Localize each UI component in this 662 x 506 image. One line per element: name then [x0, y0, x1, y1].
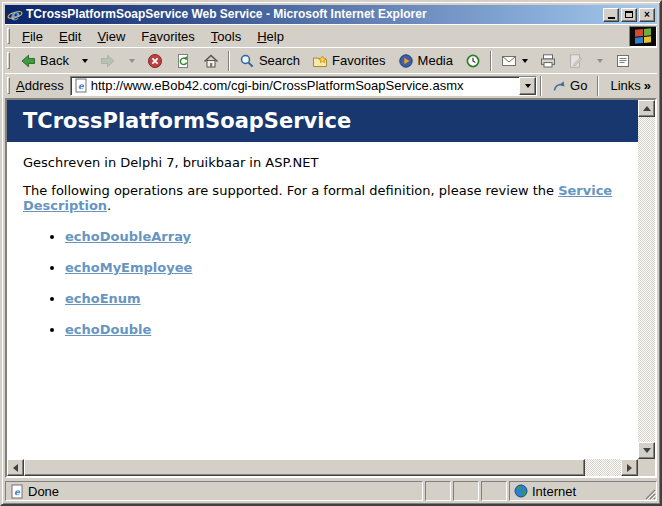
address-input[interactable] — [91, 78, 516, 94]
favorites-button[interactable]: Favorites — [306, 50, 391, 72]
maximize-icon — [625, 11, 633, 18]
status-pane: e Done — [5, 481, 423, 501]
back-dropdown[interactable] — [75, 56, 94, 66]
forward-dropdown[interactable] — [122, 56, 141, 66]
page-icon: e — [74, 78, 88, 93]
ie-logo-icon: e — [7, 7, 23, 23]
status-text: Done — [28, 484, 59, 499]
operation-link-echoEnum[interactable]: echoEnum — [65, 291, 141, 306]
go-arrow-icon — [552, 78, 567, 93]
back-label: Back — [40, 53, 69, 68]
media-label: Media — [418, 53, 453, 68]
window-controls: × — [603, 8, 655, 22]
favorites-star-icon — [312, 53, 328, 69]
page-content: TCrossPlatformSoapService Geschreven in … — [7, 100, 638, 459]
page-title: TCrossPlatformSoapService — [7, 100, 638, 142]
list-item: echoMyEmployee — [65, 260, 638, 275]
page-icon: e — [10, 484, 24, 499]
home-icon — [203, 53, 219, 69]
addressbar-grip[interactable] — [7, 77, 10, 93]
titlebar[interactable]: e TCrossPlatformSoapService Web Service … — [5, 5, 657, 24]
menu-help[interactable]: Help — [249, 27, 292, 46]
history-clock-icon — [465, 53, 481, 69]
history-button[interactable] — [459, 50, 487, 72]
arrow-left-icon — [13, 464, 18, 472]
chevron-down-icon — [525, 84, 531, 88]
mail-button[interactable] — [495, 50, 534, 72]
horizontal-scrollbar[interactable] — [7, 459, 638, 476]
toolbar-grip[interactable] — [7, 52, 10, 70]
operation-link-echoDoubleArray[interactable]: echoDoubleArray — [65, 229, 191, 244]
menu-edit[interactable]: Edit — [51, 27, 89, 46]
vertical-scrollbar[interactable] — [638, 100, 655, 459]
scroll-down-button[interactable] — [638, 442, 655, 459]
browser-window: e TCrossPlatformSoapService Web Service … — [0, 0, 662, 506]
list-item: echoDoubleArray — [65, 229, 638, 244]
search-icon — [239, 53, 255, 69]
discuss-button[interactable] — [609, 50, 637, 72]
toolbar-separator — [490, 51, 492, 71]
media-icon — [398, 53, 414, 69]
menu-file[interactable]: File — [14, 27, 51, 46]
arrow-down-icon — [643, 448, 651, 453]
minimize-button[interactable] — [603, 8, 619, 22]
scrollbar-corner — [638, 459, 655, 476]
menu-tools[interactable]: Tools — [203, 27, 249, 46]
address-label: Address — [14, 78, 70, 93]
chevron-down-icon — [129, 59, 135, 63]
operation-link-echoDouble[interactable]: echoDouble — [65, 322, 151, 337]
list-item: echoDouble — [65, 322, 638, 337]
list-item: echoEnum — [65, 291, 638, 306]
zone-label: Internet — [532, 484, 576, 499]
edit-dropdown[interactable] — [590, 56, 609, 66]
favorites-label: Favorites — [332, 53, 385, 68]
toolbar-separator — [228, 51, 230, 71]
globe-icon — [514, 484, 528, 498]
chevron-down-icon — [597, 59, 603, 63]
discuss-icon — [615, 53, 631, 69]
menu-favorites[interactable]: Favorites — [133, 27, 202, 46]
chevron-down-icon — [82, 59, 88, 63]
arrow-right-icon — [627, 464, 632, 472]
addressbar-separator — [597, 76, 599, 96]
edit-button[interactable] — [562, 50, 590, 72]
chevron-right-icon: » — [644, 78, 651, 93]
vertical-scroll-track[interactable] — [638, 117, 655, 442]
print-button[interactable] — [534, 50, 562, 72]
print-icon — [540, 53, 556, 69]
links-button[interactable]: Links » — [602, 76, 655, 95]
close-button[interactable]: × — [639, 8, 655, 22]
resize-grip[interactable] — [643, 487, 656, 500]
forward-button[interactable] — [94, 50, 122, 72]
standard-buttons-toolbar: Back Search Favorites Media — [5, 47, 657, 73]
refresh-icon — [175, 53, 191, 69]
horizontal-scroll-track[interactable] — [24, 459, 621, 476]
scroll-right-button[interactable] — [621, 459, 638, 476]
scroll-up-button[interactable] — [638, 100, 655, 117]
operations-list: echoDoubleArray echoMyEmployee echoEnum … — [7, 229, 638, 337]
go-button[interactable]: Go — [545, 75, 594, 96]
media-button[interactable]: Media — [392, 50, 459, 72]
address-dropdown-button[interactable] — [519, 77, 536, 95]
back-arrow-icon — [20, 53, 36, 69]
search-label: Search — [259, 53, 300, 68]
svg-text:e: e — [10, 7, 20, 23]
menu-view[interactable]: View — [89, 27, 133, 46]
horizontal-scroll-thumb[interactable] — [24, 459, 585, 476]
addressbar-separator — [540, 76, 542, 96]
window-title: TCrossPlatformSoapService Web Service - … — [26, 5, 600, 24]
search-button[interactable]: Search — [233, 50, 306, 72]
status-pane-empty — [481, 481, 507, 501]
menubar: File Edit View Favorites Tools Help — [5, 24, 657, 47]
scroll-left-button[interactable] — [7, 459, 24, 476]
refresh-button[interactable] — [169, 50, 197, 72]
menubar-grip[interactable] — [7, 28, 10, 43]
operation-link-echoMyEmployee[interactable]: echoMyEmployee — [65, 260, 192, 275]
mail-icon — [501, 53, 517, 69]
maximize-button[interactable] — [621, 8, 637, 22]
status-pane-empty — [453, 481, 479, 501]
back-button[interactable]: Back — [14, 50, 75, 72]
page-subtitle: Geschreven in Delphi 7, bruikbaar in ASP… — [23, 155, 638, 170]
stop-button[interactable] — [141, 50, 169, 72]
home-button[interactable] — [197, 50, 225, 72]
